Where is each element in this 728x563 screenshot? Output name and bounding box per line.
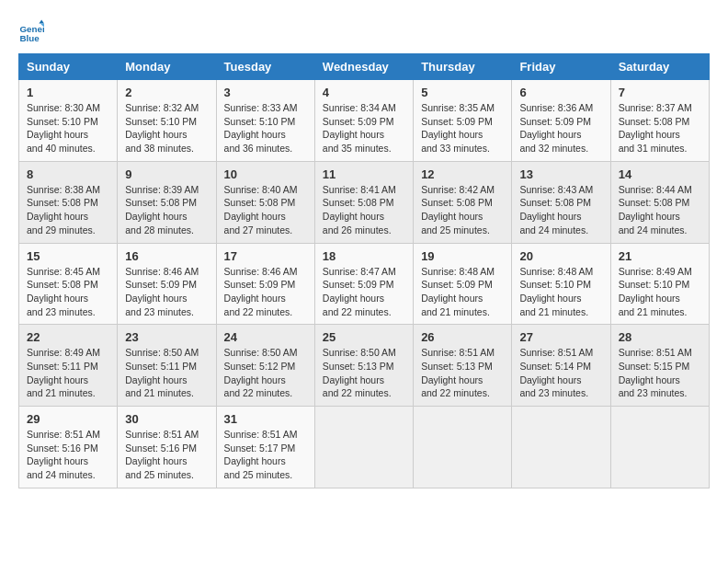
day-info: Sunrise: 8:51 AM Sunset: 5:16 PM Dayligh… [125,428,208,482]
calendar-row: 1 Sunrise: 8:30 AM Sunset: 5:10 PM Dayli… [19,80,710,162]
logo-icon: General Blue [18,18,44,44]
calendar-cell: 31 Sunrise: 8:51 AM Sunset: 5:17 PM Dayl… [216,407,314,488]
calendar-cell: 5 Sunrise: 8:35 AM Sunset: 5:09 PM Dayli… [414,80,512,162]
calendar-cell: 3 Sunrise: 8:33 AM Sunset: 5:10 PM Dayli… [216,80,314,162]
day-number: 19 [421,249,504,263]
day-number: 13 [519,167,602,181]
calendar-row: 22 Sunrise: 8:49 AM Sunset: 5:11 PM Dayl… [19,325,710,407]
day-number: 3 [224,86,307,99]
weekday-header-cell: Monday [118,54,216,80]
calendar-cell: 6 Sunrise: 8:36 AM Sunset: 5:09 PM Dayli… [512,80,610,162]
calendar-cell [414,407,512,488]
day-number: 21 [619,249,701,263]
day-number: 15 [27,249,109,263]
calendar-cell: 15 Sunrise: 8:45 AM Sunset: 5:08 PM Dayl… [19,243,118,325]
weekday-header-row: SundayMondayTuesdayWednesdayThursdayFrid… [19,54,710,80]
day-number: 6 [519,86,602,99]
calendar-cell: 1 Sunrise: 8:30 AM Sunset: 5:10 PM Dayli… [19,80,118,162]
day-number: 4 [323,86,405,99]
calendar-cell: 11 Sunrise: 8:41 AM Sunset: 5:08 PM Dayl… [314,161,413,243]
svg-marker-2 [39,19,44,23]
day-number: 30 [125,412,208,426]
day-info: Sunrise: 8:50 AM Sunset: 5:12 PM Dayligh… [224,346,307,400]
calendar-cell: 9 Sunrise: 8:39 AM Sunset: 5:08 PM Dayli… [118,161,216,243]
day-number: 22 [27,330,109,344]
header: General Blue [18,18,710,44]
day-number: 5 [421,86,504,99]
day-info: Sunrise: 8:37 AM Sunset: 5:08 PM Dayligh… [619,101,701,155]
calendar-cell: 8 Sunrise: 8:38 AM Sunset: 5:08 PM Dayli… [19,161,118,243]
weekday-header-cell: Friday [512,54,610,80]
day-info: Sunrise: 8:47 AM Sunset: 5:09 PM Dayligh… [323,265,405,319]
calendar-cell: 12 Sunrise: 8:42 AM Sunset: 5:08 PM Dayl… [414,161,512,243]
calendar-cell: 28 Sunrise: 8:51 AM Sunset: 5:15 PM Dayl… [610,325,709,407]
day-number: 12 [421,167,504,181]
calendar-cell [512,407,610,488]
day-info: Sunrise: 8:48 AM Sunset: 5:10 PM Dayligh… [519,265,602,319]
day-number: 9 [125,167,208,181]
calendar-cell: 23 Sunrise: 8:50 AM Sunset: 5:11 PM Dayl… [118,325,216,407]
calendar-cell: 30 Sunrise: 8:51 AM Sunset: 5:16 PM Dayl… [118,407,216,488]
day-info: Sunrise: 8:36 AM Sunset: 5:09 PM Dayligh… [519,101,602,155]
day-number: 29 [27,412,109,426]
calendar-row: 8 Sunrise: 8:38 AM Sunset: 5:08 PM Dayli… [19,161,710,243]
day-info: Sunrise: 8:38 AM Sunset: 5:08 PM Dayligh… [27,183,109,237]
day-number: 28 [619,330,701,344]
day-info: Sunrise: 8:44 AM Sunset: 5:08 PM Dayligh… [619,183,701,237]
day-number: 24 [224,330,307,344]
day-info: Sunrise: 8:30 AM Sunset: 5:10 PM Dayligh… [27,101,109,155]
day-info: Sunrise: 8:50 AM Sunset: 5:11 PM Dayligh… [125,346,208,400]
day-info: Sunrise: 8:50 AM Sunset: 5:13 PM Dayligh… [323,346,405,400]
calendar-cell: 21 Sunrise: 8:49 AM Sunset: 5:10 PM Dayl… [610,243,709,325]
day-info: Sunrise: 8:46 AM Sunset: 5:09 PM Dayligh… [224,265,307,319]
day-info: Sunrise: 8:46 AM Sunset: 5:09 PM Dayligh… [125,265,208,319]
day-number: 17 [224,249,307,263]
day-number: 10 [224,167,307,181]
calendar-cell: 7 Sunrise: 8:37 AM Sunset: 5:08 PM Dayli… [610,80,709,162]
calendar-cell: 20 Sunrise: 8:48 AM Sunset: 5:10 PM Dayl… [512,243,610,325]
calendar-cell: 24 Sunrise: 8:50 AM Sunset: 5:12 PM Dayl… [216,325,314,407]
day-number: 1 [27,86,109,99]
logo: General Blue [18,18,44,44]
calendar-cell: 16 Sunrise: 8:46 AM Sunset: 5:09 PM Dayl… [118,243,216,325]
day-info: Sunrise: 8:49 AM Sunset: 5:11 PM Dayligh… [27,346,109,400]
weekday-header-cell: Sunday [19,54,118,80]
calendar-cell: 22 Sunrise: 8:49 AM Sunset: 5:11 PM Dayl… [19,325,118,407]
day-number: 2 [125,86,208,99]
calendar-cell [314,407,413,488]
calendar-cell: 29 Sunrise: 8:51 AM Sunset: 5:16 PM Dayl… [19,407,118,488]
calendar-cell: 25 Sunrise: 8:50 AM Sunset: 5:13 PM Dayl… [314,325,413,407]
calendar-body: 1 Sunrise: 8:30 AM Sunset: 5:10 PM Dayli… [19,80,710,488]
weekday-header-cell: Wednesday [314,54,413,80]
day-info: Sunrise: 8:51 AM Sunset: 5:13 PM Dayligh… [421,346,504,400]
calendar-row: 15 Sunrise: 8:45 AM Sunset: 5:08 PM Dayl… [19,243,710,325]
calendar-cell: 19 Sunrise: 8:48 AM Sunset: 5:09 PM Dayl… [414,243,512,325]
day-info: Sunrise: 8:41 AM Sunset: 5:08 PM Dayligh… [323,183,405,237]
day-info: Sunrise: 8:32 AM Sunset: 5:10 PM Dayligh… [125,101,208,155]
day-info: Sunrise: 8:48 AM Sunset: 5:09 PM Dayligh… [421,265,504,319]
calendar-cell: 27 Sunrise: 8:51 AM Sunset: 5:14 PM Dayl… [512,325,610,407]
day-number: 26 [421,330,504,344]
svg-text:Blue: Blue [19,33,40,43]
calendar-cell [610,407,709,488]
day-number: 23 [125,330,208,344]
day-info: Sunrise: 8:49 AM Sunset: 5:10 PM Dayligh… [619,265,701,319]
day-number: 27 [519,330,602,344]
day-info: Sunrise: 8:51 AM Sunset: 5:16 PM Dayligh… [27,428,109,482]
calendar-cell: 10 Sunrise: 8:40 AM Sunset: 5:08 PM Dayl… [216,161,314,243]
calendar-cell: 18 Sunrise: 8:47 AM Sunset: 5:09 PM Dayl… [314,243,413,325]
day-info: Sunrise: 8:33 AM Sunset: 5:10 PM Dayligh… [224,101,307,155]
day-info: Sunrise: 8:40 AM Sunset: 5:08 PM Dayligh… [224,183,307,237]
calendar-cell: 14 Sunrise: 8:44 AM Sunset: 5:08 PM Dayl… [610,161,709,243]
day-info: Sunrise: 8:51 AM Sunset: 5:17 PM Dayligh… [224,428,307,482]
weekday-header-cell: Tuesday [216,54,314,80]
calendar-cell: 26 Sunrise: 8:51 AM Sunset: 5:13 PM Dayl… [414,325,512,407]
weekday-header-cell: Saturday [610,54,709,80]
day-info: Sunrise: 8:43 AM Sunset: 5:08 PM Dayligh… [519,183,602,237]
calendar-cell: 13 Sunrise: 8:43 AM Sunset: 5:08 PM Dayl… [512,161,610,243]
calendar-cell: 17 Sunrise: 8:46 AM Sunset: 5:09 PM Dayl… [216,243,314,325]
calendar-cell: 4 Sunrise: 8:34 AM Sunset: 5:09 PM Dayli… [314,80,413,162]
day-number: 7 [619,86,701,99]
calendar-table: SundayMondayTuesdayWednesdayThursdayFrid… [18,53,710,488]
day-number: 20 [519,249,602,263]
